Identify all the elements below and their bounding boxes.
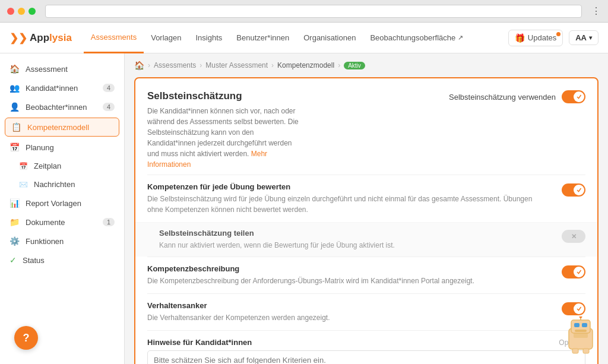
dot-green [28, 8, 36, 15]
user-initials: AA [575, 33, 587, 42]
textarea-section: Hinweise für Kandidat*innen Optional Die… [147, 330, 585, 364]
sidebar-item-label: Planung [26, 143, 54, 152]
user-menu-button[interactable]: AA ▾ [569, 30, 598, 45]
card-left: Selbsteinschätzung Die Kandidat*innen kö… [147, 90, 302, 170]
nav-item-benutzerinnen[interactable]: Benutzer*innen [229, 23, 296, 53]
card-description: Die Kandidat*innen können sich vor, nach… [147, 106, 302, 170]
dot-red [7, 8, 14, 15]
logo-icon: ❯❯ [10, 31, 27, 45]
breadcrumb-sep: › [338, 61, 340, 69]
setting-desc: Die Kompetenzbeschreibung der Anforderun… [147, 276, 550, 286]
toggle-circle [574, 267, 584, 277]
nav-item-insights[interactable]: Insights [189, 23, 230, 53]
nav-right: 🎁 Updates AA ▾ [508, 30, 598, 46]
gift-icon: 🎁 [515, 33, 525, 43]
more-info-link[interactable]: Mehr Informationen [147, 150, 267, 169]
top-navbar: ❯❯ Applysia Assessments Vorlagen Insight… [0, 23, 608, 53]
mail-icon: ✉️ [19, 181, 28, 189]
robot-mascot-svg [563, 316, 598, 358]
sidebar-item-label: Report Vorlagen [26, 199, 81, 208]
sidebar-item-status[interactable]: ✓ Status [0, 251, 124, 270]
card-header-right: Selbsteinschätzung verwenden [449, 90, 585, 103]
check-icon: ✓ [10, 255, 17, 265]
browser-url-bar[interactable] [45, 5, 582, 18]
setting-left: Kompetenzbeschreibung Die Kompetenzbesch… [147, 264, 562, 286]
setting-left: Kompetenzen für jede Übung bewerten Die … [147, 182, 562, 215]
svg-point-6 [580, 316, 582, 318]
setting-desc: Die Selbsteinschätzung wird für jede Übu… [147, 194, 550, 215]
header-toggle-label: Selbsteinschätzung verwenden [449, 93, 556, 102]
toggle-kompetenzbeschreibung[interactable] [562, 265, 585, 278]
content-area: 🏠 › Assessments › Muster Assessment › Ko… [125, 53, 608, 364]
setting-right [562, 264, 585, 278]
sidebar-item-kandidatinnen[interactable]: 👥 Kandidat*innen 4 [0, 78, 124, 97]
chart-icon: 📊 [10, 198, 20, 208]
browser-menu-icon[interactable]: ⋮ [591, 5, 601, 17]
toggle-verhaltensanker[interactable] [562, 302, 585, 315]
nav-item-beobachtung[interactable]: Beobachtungsoberfläche ↗ [363, 23, 470, 53]
sidebar-item-label: Status [23, 256, 45, 265]
svg-rect-7 [574, 333, 588, 338]
sidebar-item-label: Assessment [26, 65, 68, 74]
badge-beobachterinnen: 4 [103, 103, 115, 111]
setting-desc: Die Verhaltensanker der Kompetenzen werd… [147, 312, 550, 323]
browser-dots [7, 8, 36, 15]
kandidatinnen-textarea[interactable] [147, 350, 585, 364]
toggle-kompetenzen[interactable] [562, 183, 585, 197]
mascot [563, 316, 598, 358]
nav-item-vorlagen[interactable]: Vorlagen [144, 23, 188, 53]
home-breadcrumb-icon[interactable]: 🏠 [134, 61, 144, 70]
toggle-teilen-disabled: ✕ [562, 230, 585, 243]
sidebar-item-funktionen[interactable]: ⚙️ Funktionen [0, 232, 124, 251]
setting-row-kompetenzbeschreibung: Kompetenzbeschreibung Die Kompetenzbesch… [147, 257, 585, 293]
sidebar-item-label: Kompetenzmodell [27, 123, 89, 132]
main-toggle[interactable] [562, 90, 585, 103]
browser-chrome: ⋮ [0, 0, 608, 23]
help-button[interactable]: ? [14, 326, 38, 350]
settings-card: Selbsteinschätzung Die Kandidat*innen kö… [134, 77, 598, 364]
svg-rect-2 [574, 323, 580, 327]
badge-dokumente: 1 [103, 218, 115, 226]
sub-setting-right: ✕ [562, 229, 585, 243]
status-badge: Aktiv [344, 62, 365, 69]
updates-button[interactable]: 🎁 Updates [508, 30, 563, 46]
toggle-circle [574, 303, 584, 314]
nav-item-assessments[interactable]: Assessments [84, 23, 144, 53]
sidebar-item-report-vorlagen[interactable]: 📊 Report Vorlagen [0, 194, 124, 213]
breadcrumb-muster[interactable]: Muster Assessment [205, 61, 268, 69]
badge-kandidatinnen: 4 [103, 84, 115, 92]
breadcrumb-assessments[interactable]: Assessments [154, 61, 196, 69]
check-icon-small [576, 269, 582, 275]
breadcrumb: 🏠 › Assessments › Muster Assessment › Ko… [134, 61, 598, 70]
users-icon: 👥 [10, 83, 20, 93]
calendar-small-icon: 📅 [19, 162, 28, 170]
setting-right [562, 301, 585, 315]
dot-yellow [18, 8, 25, 15]
svg-rect-3 [582, 323, 587, 327]
check-icon-small [576, 187, 582, 193]
nav-item-organisationen[interactable]: Organisationen [296, 23, 363, 53]
setting-row-verhaltensanker: Verhaltensanker Die Verhaltensanker der … [147, 293, 585, 330]
sidebar-item-zeitplan[interactable]: 📅 Zeitplan [0, 157, 124, 175]
breadcrumb-sep: › [200, 61, 202, 69]
updates-dot [556, 32, 560, 36]
toggle-circle [574, 185, 584, 195]
sidebar-item-kompetenzmodell[interactable]: 📋 Kompetenzmodell [5, 118, 119, 137]
sidebar-item-beobachterinnen[interactable]: 👤 Beobachter*innen 4 [0, 97, 124, 116]
sidebar-item-nachrichten[interactable]: ✉️ Nachrichten [0, 175, 124, 194]
sidebar-item-planung[interactable]: 📅 Planung [0, 138, 124, 157]
svg-rect-4 [575, 330, 587, 332]
logo-text: Applysia [30, 32, 72, 44]
sidebar-item-assessment[interactable]: 🏠 Assessment [0, 59, 124, 78]
sidebar-item-label: Funktionen [26, 237, 64, 246]
sidebar-item-dokumente[interactable]: 📁 Dokumente 1 [0, 213, 124, 232]
updates-label: Updates [528, 33, 556, 42]
calendar-icon: 📅 [10, 143, 20, 152]
textarea-header: Hinweise für Kandidat*innen Optional [147, 338, 585, 347]
setting-title: Kompetenzen für jede Übung bewerten [147, 182, 550, 191]
setting-title: Kompetenzbeschreibung [147, 264, 550, 273]
breadcrumb-sep: › [148, 61, 150, 69]
setting-title: Verhaltensanker [147, 301, 550, 310]
svg-rect-8 [572, 349, 578, 353]
sidebar-item-label: Kandidat*innen [26, 84, 78, 93]
